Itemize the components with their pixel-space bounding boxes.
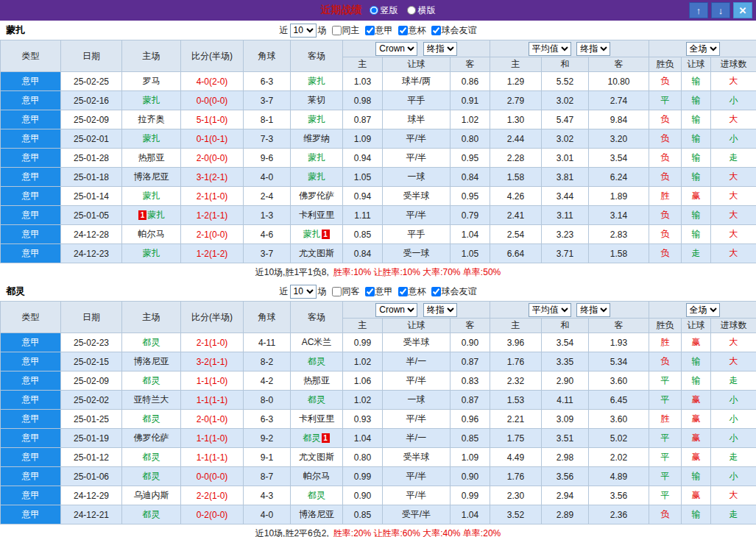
handicap-result-cell: 输 [682,72,711,91]
summary-line: 近10场,胜2平6负2, 胜率:20% 让胜率:60% 大率:40% 单率:20… [0,524,756,537]
col-euro-away: 客 [589,319,649,333]
asia-home-odds-cell: 1.11 [343,206,383,225]
corner-cell: 3-7 [244,244,291,263]
result-cell: 平 [649,371,682,391]
asia-odds-header: Crown 终指 [343,302,490,319]
euro-draw-odds-cell: 3.23 [542,225,589,244]
asia-away-odds-cell: 0.87 [451,352,490,371]
goals-result-cell: 大 [711,244,756,263]
col-corner: 角球 [244,302,291,333]
scope-select[interactable]: 全场 [686,42,720,56]
league-cell: 意甲 [1,72,61,91]
filter-serie-a: 意甲 [361,24,393,37]
serie-a-checkbox[interactable] [365,287,375,296]
team-label: 蒙扎 [308,152,325,163]
bookmaker-select[interactable]: Crown [375,303,417,317]
asia-away-odds-cell: 1.09 [451,448,490,467]
match-row: 意甲24-12-29乌迪内斯2-2(1-0)4-3都灵0.90平/半0.992.… [1,486,756,505]
layout-horizontal-option[interactable]: 横版 [407,4,436,17]
final-index-select[interactable]: 终指 [576,42,610,56]
final-index-select[interactable]: 终指 [423,42,457,56]
asia-home-odds-cell: 0.85 [343,505,383,524]
result-cell: 负 [649,352,682,371]
checkbox-label: 意杯 [409,285,426,298]
red-card-badge: 1 [322,230,330,239]
move-up-button[interactable]: ↑ [689,2,708,18]
same-away-checkbox[interactable] [332,287,342,296]
home-team-cell: 都灵 [122,448,181,467]
euro-draw-odds-cell: 3.02 [542,129,589,149]
match-count-select[interactable]: 10 [290,24,317,38]
team-label: 蒙扎 [143,95,160,105]
games-label: 场 [318,285,327,298]
goals-result-cell: 大 [711,168,756,187]
date-cell: 25-02-09 [61,371,122,391]
score-cell: 4-0(2-0) [181,72,244,91]
asia-away-odds-cell: 0.84 [451,168,490,187]
result-cell: 平 [649,467,682,486]
away-team-cell: 维罗纳 [291,129,343,149]
euro-away-odds-cell: 2.36 [589,505,649,524]
team-label: 博洛尼亚 [134,356,169,366]
euro-home-odds-cell: 2.28 [490,149,542,168]
corner-cell: 9-2 [244,429,291,448]
match-row: 意甲25-01-12都灵1-1(1-1)9-1尤文图斯0.80受半球1.094.… [1,448,756,467]
score-cell: 2-2(1-0) [181,486,244,505]
summary-line: 近10场,胜1平1负8, 胜率:10% 让胜率:10% 大率:70% 单率:50… [0,263,756,282]
coppa-italia-checkbox[interactable] [398,26,408,35]
average-select[interactable]: 平均值 [529,303,571,317]
filter-same-away: 同客 [328,285,360,298]
euro-draw-odds-cell: 3.44 [542,187,589,206]
score-cell: 3-1(2-1) [181,168,244,187]
handicap-result-cell: 输 [682,110,711,129]
home-team-cell: 蒙扎 [122,244,181,263]
layout-vertical-option[interactable]: 竖版 [370,4,398,17]
scope-select[interactable]: 全场 [686,303,720,317]
bookmaker-select[interactable]: Crown [375,42,417,56]
red-card-badge: 1 [322,433,330,443]
move-down-button[interactable]: ↓ [711,2,730,18]
asia-home-odds-cell: 1.05 [343,168,383,187]
handicap-result-cell: 输 [682,129,711,149]
summary-stats: 胜率:20% 让胜率:60% 大率:40% 单率:20% [333,527,501,537]
handicap-result-cell: 输 [682,206,711,225]
score-cell: 3-2(1-1) [181,352,244,371]
team-label: AC米兰 [302,337,332,347]
league-cell: 意甲 [1,244,61,263]
col-result: 胜负 [649,319,682,333]
result-cell: 平 [649,91,682,110]
team-section-monza: 蒙扎 近 10 场 同主 意甲 意杯 球会友谊 [0,21,756,282]
page-title: 近期战绩 [321,4,362,17]
final-index-select[interactable]: 终指 [423,303,457,317]
euro-draw-odds-cell: 3.56 [542,467,589,486]
friendly-checkbox[interactable] [431,26,441,35]
handicap-result-cell: 输 [682,371,711,391]
same-home-checkbox[interactable] [332,26,342,35]
col-handicap-result: 让球 [682,319,711,333]
goals-result-cell: 大 [711,225,756,244]
team-label: 都灵 [143,471,160,481]
asia-away-odds-cell: 0.95 [451,149,490,168]
close-button[interactable]: ✕ [733,2,752,18]
team-name: 蒙扎 [6,24,25,37]
handicap-result-cell: 输 [682,149,711,168]
team-label: 热那亚 [138,152,165,163]
horizontal-radio[interactable] [407,6,416,15]
home-team-cell: 蒙扎 [122,129,181,149]
euro-home-odds-cell: 2.30 [490,486,542,505]
serie-a-checkbox[interactable] [365,26,375,35]
coppa-italia-checkbox[interactable] [398,287,408,296]
final-index-select[interactable]: 终指 [576,303,610,317]
away-team-cell: AC米兰 [291,333,343,352]
home-team-cell: 蒙扎 [122,91,181,110]
col-type: 类型 [1,302,61,333]
away-team-cell: 尤文图斯 [291,244,343,263]
average-select[interactable]: 平均值 [529,42,571,56]
vertical-radio[interactable] [370,6,378,15]
away-team-cell: 莱切 [291,91,343,110]
match-row: 意甲25-02-09都灵1-1(1-0)4-2热那亚1.06平/半0.832.3… [1,371,756,391]
match-count-select[interactable]: 10 [290,285,317,299]
corner-cell: 8-1 [244,110,291,129]
friendly-checkbox[interactable] [431,287,441,296]
match-row: 意甲25-02-02亚特兰大1-1(1-1)8-0都灵1.02一球0.871.5… [1,391,756,410]
